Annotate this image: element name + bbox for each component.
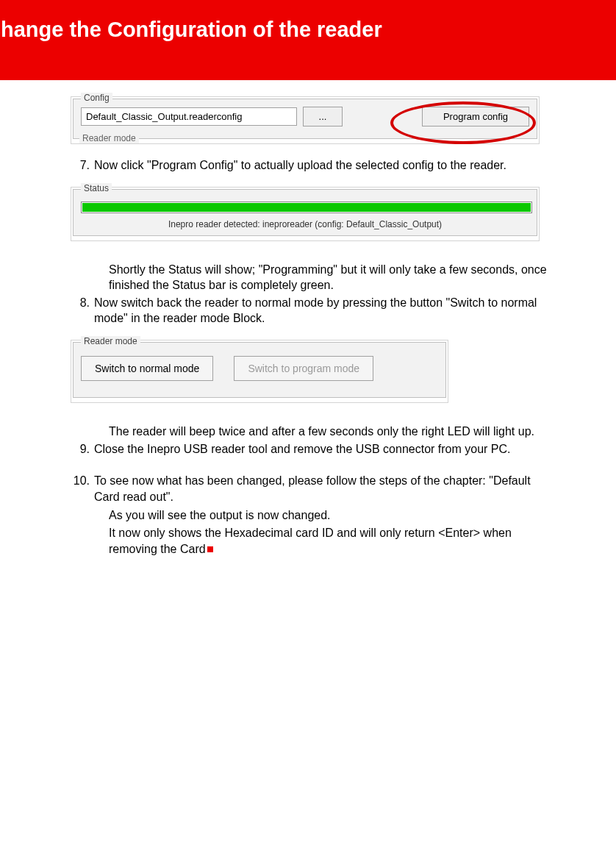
switch-program-mode-button[interactable]: Switch to program mode <box>234 356 373 381</box>
step-number: 9. <box>71 441 94 457</box>
step-10-note-1: As you will see the output is now change… <box>109 507 550 524</box>
status-legend: Status <box>81 183 112 193</box>
step-number: 7. <box>71 157 94 174</box>
step-10-note-2-text: It now only shows the Hexadecimal card I… <box>109 527 512 555</box>
step-10-note-2: It now only shows the Hexadecimal card I… <box>109 525 550 557</box>
end-of-section-marker <box>207 546 213 552</box>
progress-fill <box>82 203 531 212</box>
step-text: Now switch back the reader to normal mod… <box>94 295 550 327</box>
reader-mode-screenshot: Reader mode Switch to normal mode Switch… <box>71 340 448 403</box>
step-number: 8. <box>71 295 94 327</box>
config-file-textbox[interactable]: Default_Classic_Output.readerconfig <box>81 107 297 126</box>
step-7: 7. Now click "Program Config" to actuall… <box>71 157 550 174</box>
step-text: Close the Inepro USB reader tool and rem… <box>94 441 550 457</box>
reader-mode-legend: Reader mode <box>81 336 140 346</box>
step-number: 10. <box>71 473 94 504</box>
page-title: Change the Configuration of the reader <box>0 18 616 42</box>
step-text: Now click "Program Config" to actually u… <box>94 157 550 174</box>
step-10: 10. To see now what has been changed, pl… <box>71 473 550 504</box>
config-legend: Config <box>81 93 112 103</box>
program-config-button[interactable]: Program config <box>422 107 529 126</box>
status-screenshot: Status Inepro reader detected: ineprorea… <box>71 187 540 241</box>
browse-button[interactable]: ... <box>303 107 343 126</box>
page-header-banner: Change the Configuration of the reader <box>0 0 616 80</box>
switch-normal-mode-button[interactable]: Switch to normal mode <box>81 356 213 381</box>
config-screenshot: Config Default_Classic_Output.readerconf… <box>71 96 540 144</box>
status-text: Inepro reader detected: ineproreader (co… <box>81 219 529 232</box>
step-8-note: The reader will beep twice and after a f… <box>109 424 550 440</box>
step-text: To see now what has been changed, please… <box>94 473 550 504</box>
step-8: 8. Now switch back the reader to normal … <box>71 295 550 327</box>
progress-bar <box>81 201 532 213</box>
cut-off-legend: Reader mode <box>79 133 139 143</box>
step-9: 9. Close the Inepro USB reader tool and … <box>71 441 550 457</box>
step-7-note: Shortly the Status will show; "Programmi… <box>109 262 550 293</box>
